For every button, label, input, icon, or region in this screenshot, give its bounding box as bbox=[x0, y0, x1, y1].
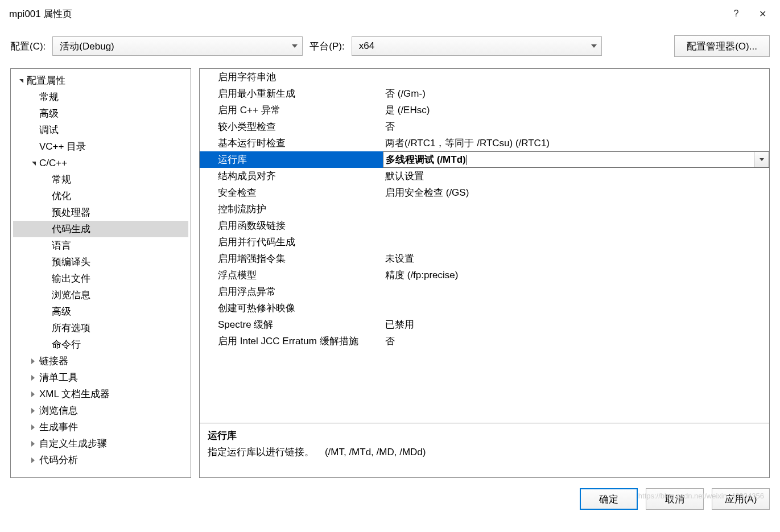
property-row[interactable]: 启用浮点异常 bbox=[200, 283, 769, 300]
tree-item-label: 代码生成 bbox=[52, 222, 90, 236]
tree-item[interactable]: 配置属性 bbox=[13, 72, 188, 89]
property-row[interactable]: 基本运行时检查两者(/RTC1，等同于 /RTCsu) (/RTC1) bbox=[200, 135, 769, 151]
tree-item[interactable]: VC++ 目录 bbox=[13, 138, 188, 155]
desc-text: 指定运行库以进行链接。 (/MT, /MTd, /MD, /MDd) bbox=[208, 446, 761, 459]
property-row[interactable]: 控制流防护 bbox=[200, 201, 769, 217]
tree-item-label: 调试 bbox=[39, 123, 59, 137]
tree-item[interactable]: 常规 bbox=[13, 171, 188, 188]
tree-item[interactable]: 代码分析 bbox=[13, 452, 188, 468]
property-row[interactable]: 启用字符串池 bbox=[200, 69, 769, 85]
property-grid[interactable]: 启用字符串池启用最小重新生成否 (/Gm-)启用 C++ 异常是 (/EHsc)… bbox=[199, 68, 770, 423]
tree-item[interactable]: XML 文档生成器 bbox=[13, 386, 188, 402]
tree-item[interactable]: 语言 bbox=[13, 237, 188, 254]
property-row[interactable]: 启用并行代码生成 bbox=[200, 234, 769, 250]
tree-item[interactable]: 生成事件 bbox=[13, 419, 188, 435]
titlebar: mpi001 属性页 ? ✕ bbox=[0, 0, 780, 27]
tree-item[interactable]: 预编译头 bbox=[13, 254, 188, 270]
property-row[interactable]: 浮点模型精度 (/fp:precise) bbox=[200, 267, 769, 283]
apply-button[interactable]: 应用(A) bbox=[712, 488, 770, 510]
property-row[interactable]: 较小类型检查否 bbox=[200, 118, 769, 135]
expander-spacer bbox=[42, 242, 49, 250]
ok-button[interactable]: 确定 bbox=[580, 488, 638, 510]
property-value[interactable]: 否 bbox=[383, 120, 769, 133]
property-row[interactable]: 运行库多线程调试 (/MTd) bbox=[200, 151, 769, 168]
expander-spacer bbox=[42, 291, 49, 299]
property-row[interactable]: 启用最小重新生成否 (/Gm-) bbox=[200, 85, 769, 102]
property-row[interactable]: 启用增强指令集未设置 bbox=[200, 250, 769, 267]
property-row[interactable]: 创建可热修补映像 bbox=[200, 300, 769, 316]
tree-item[interactable]: 浏览信息 bbox=[13, 287, 188, 303]
expander-spacer bbox=[29, 110, 37, 118]
tree-item[interactable]: 高级 bbox=[13, 303, 188, 320]
property-value[interactable]: 是 (/EHsc) bbox=[383, 104, 769, 117]
property-value[interactable]: 已禁用 bbox=[383, 318, 769, 331]
platform-combo[interactable]: x64 bbox=[352, 36, 602, 56]
tree-item[interactable]: 常规 bbox=[13, 89, 188, 105]
property-value[interactable]: 否 (/Gm-) bbox=[383, 87, 769, 100]
expander-icon[interactable] bbox=[29, 440, 37, 448]
tree-item-label: 优化 bbox=[52, 189, 71, 203]
tree-item[interactable]: 链接器 bbox=[13, 353, 188, 369]
property-value[interactable]: 默认设置 bbox=[383, 170, 769, 183]
property-value[interactable]: 多线程调试 (/MTd) bbox=[383, 151, 769, 168]
property-label: 较小类型检查 bbox=[200, 120, 383, 133]
footer: 确定 取消 应用(A) bbox=[0, 478, 780, 510]
tree-item[interactable]: 所有选项 bbox=[13, 320, 188, 336]
description-panel: 运行库 指定运行库以进行链接。 (/MT, /MTd, /MD, /MDd) bbox=[199, 423, 770, 478]
property-row[interactable]: 启用 Intel JCC Erratum 缓解措施否 bbox=[200, 333, 769, 349]
expander-icon[interactable] bbox=[29, 423, 37, 431]
expander-icon[interactable] bbox=[16, 77, 24, 85]
property-label: 启用增强指令集 bbox=[200, 252, 383, 265]
expander-icon[interactable] bbox=[29, 357, 37, 365]
chevron-down-icon[interactable] bbox=[754, 152, 769, 167]
expander-icon[interactable] bbox=[29, 159, 37, 167]
tree-item[interactable]: 输出文件 bbox=[13, 270, 188, 287]
tree-item[interactable]: C/C++ bbox=[13, 155, 188, 171]
property-value[interactable]: 两者(/RTC1，等同于 /RTCsu) (/RTC1) bbox=[383, 137, 769, 150]
tree-item[interactable]: 清单工具 bbox=[13, 369, 188, 386]
expander-spacer bbox=[42, 324, 49, 332]
cancel-button[interactable]: 取消 bbox=[646, 488, 704, 510]
help-button[interactable]: ? bbox=[723, 5, 749, 23]
tree-item[interactable]: 预处理器 bbox=[13, 204, 188, 221]
property-row[interactable]: Spectre 缓解已禁用 bbox=[200, 316, 769, 333]
tree-item-label: 代码分析 bbox=[39, 453, 78, 467]
tree-item-label: 语言 bbox=[52, 239, 71, 252]
property-row[interactable]: 启用函数级链接 bbox=[200, 217, 769, 234]
tree-panel[interactable]: 配置属性常规高级调试VC++ 目录C/C++常规优化预处理器代码生成语言预编译头… bbox=[10, 68, 191, 478]
tree-item[interactable]: 自定义生成步骤 bbox=[13, 435, 188, 452]
property-value[interactable]: 启用安全检查 (/GS) bbox=[383, 186, 769, 199]
tree-item-label: 自定义生成步骤 bbox=[39, 437, 107, 450]
tree-item-label: 生成事件 bbox=[39, 420, 78, 434]
property-value[interactable]: 否 bbox=[383, 335, 769, 348]
expander-icon[interactable] bbox=[29, 374, 37, 382]
tree-item-label: 所有选项 bbox=[52, 321, 90, 335]
tree-item-label: 预编译头 bbox=[52, 255, 90, 269]
expander-icon[interactable] bbox=[29, 407, 37, 415]
expander-spacer bbox=[42, 225, 49, 233]
expander-spacer bbox=[29, 143, 37, 151]
tree-item[interactable]: 代码生成 bbox=[13, 221, 188, 237]
close-button[interactable]: ✕ bbox=[749, 5, 775, 23]
platform-value: x64 bbox=[359, 40, 374, 52]
tree-item[interactable]: 优化 bbox=[13, 188, 188, 204]
expander-spacer bbox=[42, 209, 49, 217]
property-value[interactable]: 精度 (/fp:precise) bbox=[383, 269, 769, 282]
config-combo[interactable]: 活动(Debug) bbox=[52, 36, 303, 56]
config-manager-button[interactable]: 配置管理器(O)... bbox=[674, 35, 770, 57]
tree-item[interactable]: 高级 bbox=[13, 105, 188, 122]
expander-icon[interactable] bbox=[29, 390, 37, 398]
property-label: 启用浮点异常 bbox=[200, 285, 383, 298]
property-value[interactable]: 未设置 bbox=[383, 252, 769, 265]
tree-item[interactable]: 浏览信息 bbox=[13, 402, 188, 419]
window-title: mpi001 属性页 bbox=[9, 7, 723, 20]
expander-spacer bbox=[42, 308, 49, 316]
tree-item[interactable]: 调试 bbox=[13, 122, 188, 138]
tree-item-label: 链接器 bbox=[39, 354, 68, 368]
property-row[interactable]: 启用 C++ 异常是 (/EHsc) bbox=[200, 102, 769, 118]
tree-item[interactable]: 命令行 bbox=[13, 336, 188, 353]
property-row[interactable]: 结构成员对齐默认设置 bbox=[200, 168, 769, 184]
property-row[interactable]: 安全检查启用安全检查 (/GS) bbox=[200, 184, 769, 201]
property-label: 基本运行时检查 bbox=[200, 137, 383, 150]
expander-icon[interactable] bbox=[29, 456, 37, 464]
